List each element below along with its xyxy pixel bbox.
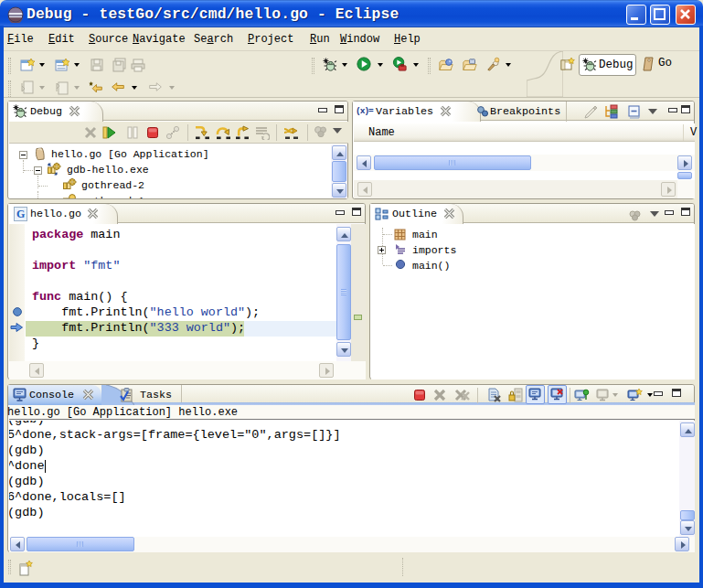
svg-text:G: G bbox=[16, 208, 25, 220]
